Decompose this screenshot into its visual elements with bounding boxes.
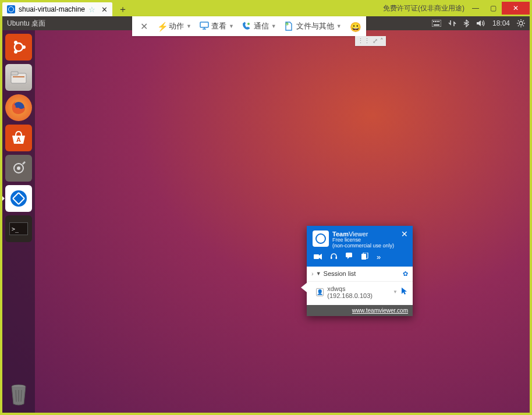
volume-icon[interactable] xyxy=(476,19,485,27)
video-icon[interactable] xyxy=(314,253,322,262)
svg-rect-33 xyxy=(346,253,352,257)
close-button[interactable]: ✕ xyxy=(502,2,530,15)
svg-point-18 xyxy=(14,50,17,54)
files-launcher[interactable] xyxy=(5,64,32,91)
session-tab[interactable]: shuai-virtual-machine ☆ ✕ xyxy=(2,2,112,16)
unity-launcher: A >_ xyxy=(2,30,35,413)
gear-icon[interactable] xyxy=(517,19,525,27)
chevron-up-icon: ˄ xyxy=(380,37,384,45)
svg-rect-1 xyxy=(433,21,434,22)
system-tray: 18:04 xyxy=(432,19,525,27)
window-controls: — ▢ ✕ xyxy=(467,2,530,15)
chevron-down-icon: ▼ xyxy=(336,23,342,29)
svg-line-13 xyxy=(518,26,519,27)
svg-rect-30 xyxy=(314,254,319,259)
settings-launcher[interactable] xyxy=(5,155,32,182)
dash-button[interactable] xyxy=(5,34,32,61)
session-entry-label: xdwqs (192.168.0.103) xyxy=(327,285,388,299)
new-tab-button[interactable]: ＋ xyxy=(116,2,130,16)
grip-icon: ⋮⋮ xyxy=(357,37,370,45)
svg-rect-2 xyxy=(435,21,436,22)
svg-rect-5 xyxy=(434,24,439,26)
license-text: 免费许可证(仅非商业用途) xyxy=(383,3,464,13)
expand-icon[interactable]: › xyxy=(311,270,314,277)
svg-text:+: + xyxy=(286,22,288,26)
toolbar-files-label: 文件与其他 xyxy=(296,21,334,31)
svg-rect-32 xyxy=(336,257,338,259)
panel-header: ✕ TeamViewer Free license (non-commercia… xyxy=(307,226,413,267)
svg-line-11 xyxy=(518,20,519,22)
svg-rect-4 xyxy=(438,21,439,22)
session-settings-icon[interactable]: ✿ xyxy=(403,270,408,278)
panel-actions: » xyxy=(313,249,407,263)
svg-rect-31 xyxy=(331,257,332,259)
toolbar-files[interactable]: + 文件与其他 ▼ xyxy=(281,20,345,33)
session-entry[interactable]: 👤 xdwqs (192.168.0.103) ▼ xyxy=(307,282,413,305)
headset-icon[interactable] xyxy=(330,253,338,262)
toolbar-close-icon[interactable]: ✕ xyxy=(136,21,152,32)
user-icon: 👤 xyxy=(316,288,324,296)
svg-point-6 xyxy=(519,22,523,25)
toolbar-comm-label: 通信 xyxy=(254,21,269,31)
remote-toolbar: ✕ ⚡ 动作 ▼ 查看 ▼ 通信 ▼ + 文件与其他 ▼ 😀 xyxy=(132,16,366,36)
teamviewer-logo-icon xyxy=(313,230,329,247)
svg-point-25 xyxy=(17,166,20,170)
teamviewer-launcher[interactable] xyxy=(5,185,32,212)
collapse-icon[interactable]: ▼ xyxy=(316,271,321,276)
menubar-label[interactable]: Ubuntu 桌面 xyxy=(7,19,45,29)
svg-rect-3 xyxy=(437,21,438,22)
bolt-icon: ⚡ xyxy=(157,22,166,31)
svg-point-17 xyxy=(14,41,17,44)
toolbar-handle[interactable]: ⋮⋮ ⤢ ˄ xyxy=(355,36,386,46)
svg-point-39 xyxy=(247,23,250,25)
software-center-launcher[interactable]: A xyxy=(5,125,32,151)
cursor-icon[interactable] xyxy=(401,287,408,297)
star-icon[interactable]: ☆ xyxy=(88,5,95,14)
session-list-header[interactable]: › ▼ Session list ✿ xyxy=(307,267,413,282)
files-icon[interactable] xyxy=(361,253,368,262)
more-icon[interactable]: » xyxy=(377,253,381,262)
tab-title: shuai-virtual-machine xyxy=(19,5,85,13)
network-icon[interactable] xyxy=(448,19,456,27)
svg-rect-21 xyxy=(13,76,24,77)
teamviewer-icon xyxy=(7,5,15,13)
tab-close-icon[interactable]: ✕ xyxy=(101,5,108,14)
svg-point-15 xyxy=(15,43,23,51)
chat-icon[interactable] xyxy=(346,253,353,262)
svg-point-16 xyxy=(22,45,26,49)
toolbar-comm[interactable]: 通信 ▼ xyxy=(239,20,280,33)
firefox-launcher[interactable] xyxy=(5,94,32,121)
chevron-down-icon: ▼ xyxy=(229,23,234,29)
svg-line-14 xyxy=(523,20,524,22)
teamviewer-panel: ✕ TeamViewer Free license (non-commercia… xyxy=(307,226,413,316)
window-titlebar: shuai-virtual-machine ☆ ✕ ＋ 免费许可证(仅非商业用途… xyxy=(0,0,532,16)
chevron-down-icon: ▼ xyxy=(271,23,276,29)
keyboard-icon[interactable] xyxy=(432,20,441,27)
monitor-icon xyxy=(200,22,209,31)
svg-line-12 xyxy=(523,26,524,27)
toolbar-view[interactable]: 查看 ▼ xyxy=(196,20,237,33)
file-icon: + xyxy=(285,22,294,31)
bluetooth-icon[interactable] xyxy=(463,19,469,27)
trash-launcher[interactable] xyxy=(5,381,32,408)
terminal-launcher[interactable]: >_ xyxy=(5,215,32,242)
svg-rect-20 xyxy=(11,72,18,75)
expand-arrows-icon: ⤢ xyxy=(373,37,378,45)
panel-arrow xyxy=(301,283,307,292)
license-line2: (non-commercial use only) xyxy=(332,243,394,249)
session-list-label: Session list xyxy=(324,270,356,277)
toolbar-action[interactable]: ⚡ 动作 ▼ xyxy=(154,20,195,33)
toolbar-action-label: 动作 xyxy=(169,21,184,31)
panel-footer-link[interactable]: www.teamviewer.com xyxy=(307,305,413,316)
toolbar-feedback[interactable]: 😀 xyxy=(346,20,363,32)
svg-rect-0 xyxy=(432,20,441,27)
clock[interactable]: 18:04 xyxy=(492,19,510,27)
remote-desktop: Ubuntu 桌面 18:04 xyxy=(2,16,530,413)
panel-close-icon[interactable]: ✕ xyxy=(401,229,408,239)
phone-icon xyxy=(242,22,251,31)
chevron-down-icon: ▼ xyxy=(186,23,191,29)
maximize-button[interactable]: ▢ xyxy=(484,2,502,15)
dropdown-icon[interactable]: ▼ xyxy=(393,289,398,295)
minimize-button[interactable]: — xyxy=(467,2,484,15)
svg-rect-36 xyxy=(200,22,208,27)
